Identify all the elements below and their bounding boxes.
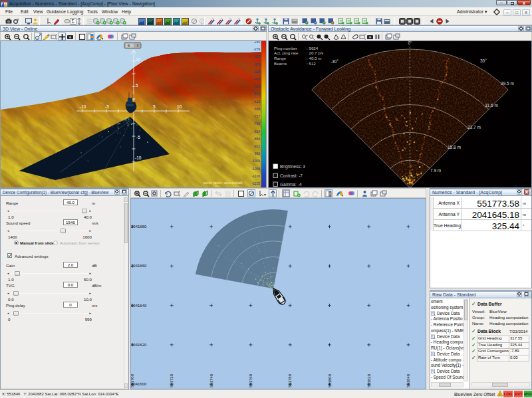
svg-text:color table: autocoltab: color table: autocoltab xyxy=(203,181,243,185)
svg-text:Ping number: Ping number xyxy=(274,46,297,50)
svg-text:Beams: Beams xyxy=(274,61,287,66)
svg-text:-717: -717 xyxy=(253,114,260,118)
svg-text:551700: 551700 xyxy=(130,373,134,387)
svg-text:,: , xyxy=(329,33,329,37)
svg-text:23.7 m: 23.7 m xyxy=(467,125,481,130)
svg-text:-522: -522 xyxy=(253,84,260,88)
svg-text:-863: -863 xyxy=(253,137,260,141)
svg-text:-425: -425 xyxy=(253,70,260,74)
svg-text:551720: 551720 xyxy=(170,373,174,387)
svg-text:Contrast: -7: Contrast: -7 xyxy=(280,173,303,178)
svg-text:551760: 551760 xyxy=(249,373,253,387)
svg-text:-5: -5 xyxy=(136,135,140,140)
svg-text:-5: -5 xyxy=(105,104,109,109)
svg-text:30°: 30° xyxy=(480,58,487,63)
svg-text:-1106: -1106 xyxy=(252,174,261,178)
svg-text:-960: -960 xyxy=(253,151,260,155)
svg-text:551780: 551780 xyxy=(288,373,292,387)
svg-text:31.6 m: 31.6 m xyxy=(485,103,498,108)
svg-text:551740: 551740 xyxy=(209,373,213,387)
svg-text:: 9624: : 9624 xyxy=(307,46,319,50)
svg-text:2041660: 2041660 xyxy=(131,264,147,268)
svg-text:5: 5 xyxy=(136,83,138,88)
svg-text:5: 5 xyxy=(153,104,156,109)
svg-text:-619: -619 xyxy=(253,100,260,104)
svg-text:-327: -327 xyxy=(253,54,260,58)
svg-text:▾: ▾ xyxy=(264,193,266,197)
svg-text:Gamma: -4: Gamma: -4 xyxy=(280,182,302,187)
svg-text:10: 10 xyxy=(177,104,182,109)
svg-text:Range: Range xyxy=(274,56,287,60)
svg-text:2041680: 2041680 xyxy=(131,225,147,229)
svg-text:-668: -668 xyxy=(253,107,260,111)
svg-text:: 512: : 512 xyxy=(307,61,316,66)
svg-text:▾: ▾ xyxy=(102,37,103,41)
svg-text:551800: 551800 xyxy=(328,373,332,387)
svg-text:-1058: -1058 xyxy=(251,167,260,171)
svg-text:-: - xyxy=(313,33,315,37)
svg-text:10: 10 xyxy=(136,57,141,62)
svg-text:-230: -230 xyxy=(253,41,260,44)
svg-text:551820: 551820 xyxy=(367,373,371,387)
svg-text:-912: -912 xyxy=(253,144,260,148)
svg-text:-10: -10 xyxy=(80,104,86,109)
svg-text:-376: -376 xyxy=(253,62,260,66)
svg-text:39.5 m: 39.5 m xyxy=(501,81,514,86)
svg-text:▾: ▾ xyxy=(342,193,343,197)
svg-text:-766: -766 xyxy=(253,122,260,126)
svg-text:7.9 m: 7.9 m xyxy=(430,168,441,173)
svg-text:551840: 551840 xyxy=(406,373,410,387)
svg-text:-1155: -1155 xyxy=(252,181,261,185)
svg-text:-279: -279 xyxy=(253,47,260,51)
svg-text:15.8 m: 15.8 m xyxy=(448,145,461,149)
svg-text:2041620: 2041620 xyxy=(131,343,147,347)
svg-text:-473: -473 xyxy=(253,77,260,81)
svg-text:2041640: 2041640 xyxy=(131,304,147,308)
svg-text:: 20.7 p/s: : 20.7 p/s xyxy=(307,50,323,55)
svg-text:Σ: Σ xyxy=(72,19,74,25)
svg-text:0°: 0° xyxy=(408,41,413,45)
svg-text:-571: -571 xyxy=(253,92,260,96)
svg-text:Brightness: 3: Brightness: 3 xyxy=(280,164,305,169)
svg-text:Act. ping rate: Act. ping rate xyxy=(274,50,299,55)
svg-text:-814: -814 xyxy=(253,130,260,134)
svg-text:-10: -10 xyxy=(135,155,142,160)
svg-text:-1009: -1009 xyxy=(251,159,260,163)
svg-text:-30°: -30° xyxy=(331,59,338,64)
svg-text:: 40.0 m: : 40.0 m xyxy=(307,56,321,60)
